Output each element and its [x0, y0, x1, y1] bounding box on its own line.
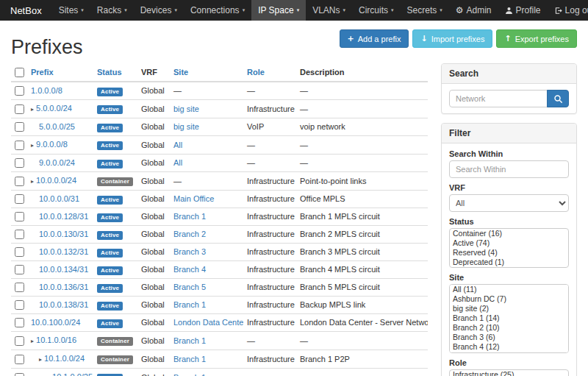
- prefix-link[interactable]: 10.0.0.130/31: [39, 230, 88, 238]
- row-checkbox[interactable]: [15, 194, 24, 204]
- row-checkbox[interactable]: [15, 177, 24, 186]
- profile-menu-item[interactable]: Profile: [498, 0, 548, 21]
- status-filter-option[interactable]: Container (16): [450, 229, 568, 238]
- site-link[interactable]: Branch 4: [173, 265, 206, 274]
- column-header-role[interactable]: Role: [243, 63, 296, 82]
- prefix-link[interactable]: 10.0.0.136/31: [39, 283, 88, 291]
- status-filter-option[interactable]: Reserved (4): [450, 248, 568, 258]
- nav-menu-item[interactable]: Circuits ▾: [352, 0, 401, 21]
- vrf-cell: Global: [137, 260, 170, 278]
- row-checkbox[interactable]: [15, 318, 24, 327]
- prefix-link[interactable]: 10.1.0.0/25: [52, 372, 93, 376]
- column-header-status[interactable]: Status: [93, 63, 137, 82]
- status-badge: Container: [97, 177, 133, 186]
- prefix-link[interactable]: 5.0.0.0/24: [36, 104, 72, 113]
- nav-menu-item[interactable]: VLANs ▾: [306, 0, 352, 21]
- select-all-checkbox[interactable]: [15, 68, 24, 77]
- row-checkbox[interactable]: [15, 300, 24, 310]
- row-checkbox[interactable]: [15, 158, 24, 168]
- site-link[interactable]: Branch 5: [173, 283, 206, 291]
- prefix-link[interactable]: 10.0.0.134/31: [39, 265, 88, 274]
- site-link[interactable]: All: [173, 141, 182, 149]
- prefix-link[interactable]: 10.0.0.128/31: [39, 212, 88, 221]
- site-link[interactable]: Branch 2: [173, 230, 206, 238]
- row-checkbox[interactable]: [15, 122, 24, 132]
- prefix-link[interactable]: 10.1.0.0/16: [36, 336, 76, 344]
- column-header-prefix[interactable]: Prefix: [27, 63, 93, 82]
- logout-button[interactable]: Log out: [548, 0, 588, 21]
- prefix-link[interactable]: 5.0.0.0/25: [39, 122, 75, 131]
- site-filter-listbox[interactable]: All (11)Ashburn DC (7)big site (2)Branch…: [449, 284, 569, 353]
- prefix-link[interactable]: 9.0.0.0/8: [36, 140, 68, 149]
- nav-menu-item[interactable]: Sites ▾: [52, 0, 90, 21]
- row-checkbox[interactable]: [15, 247, 24, 257]
- admin-menu-item[interactable]: ⚙ Admin: [449, 0, 498, 21]
- site-link[interactable]: Branch 1: [173, 355, 206, 363]
- site-filter-option[interactable]: Ashburn DC (7): [450, 294, 568, 304]
- role-filter-option[interactable]: Infrastructure (25): [450, 370, 568, 376]
- nav-menu-item[interactable]: IP Space ▾: [251, 0, 306, 21]
- row-checkbox[interactable]: [15, 283, 24, 292]
- site-link[interactable]: Branch 1: [173, 212, 206, 221]
- prefix-link[interactable]: 10.0.0.132/31: [39, 247, 88, 256]
- site-filter-option[interactable]: big site (2): [450, 304, 568, 313]
- profile-label: Profile: [516, 5, 541, 15]
- prefix-link[interactable]: 10.0.0.0/24: [36, 176, 76, 185]
- nav-menu-item[interactable]: Devices ▾: [134, 0, 184, 21]
- import-prefixes-button[interactable]: ↓ Import prefixes: [412, 29, 492, 48]
- app-logo[interactable]: NetBox: [0, 0, 52, 21]
- site-filter-option[interactable]: All (11): [450, 285, 568, 294]
- prefix-cell: ▸10.0.0.0/24: [31, 175, 76, 187]
- description-cell: Branch 5 MPLS circuit: [296, 278, 428, 296]
- status-filter-option[interactable]: Deprecated (1): [450, 258, 568, 267]
- prefix-link[interactable]: 9.0.0.0/24: [39, 158, 75, 167]
- table-row: 10.0.0.130/31 Active Global Branch 2 Inf…: [11, 225, 428, 243]
- nav-menu-item[interactable]: Racks ▾: [90, 0, 134, 21]
- site-link[interactable]: London Data Center: [173, 318, 243, 327]
- search-button[interactable]: [547, 90, 569, 107]
- prefix-cell: 10.0.0.134/31: [31, 264, 88, 274]
- row-checkbox[interactable]: [15, 212, 24, 221]
- site-filter-option[interactable]: Branch 5 (7): [450, 352, 568, 353]
- site-link[interactable]: Branch 1: [173, 300, 206, 309]
- export-prefixes-button[interactable]: ↑ Export prefixes: [496, 29, 577, 48]
- prefix-link[interactable]: 1.0.0.0/8: [31, 86, 62, 95]
- site-link[interactable]: Branch 1: [173, 336, 206, 345]
- row-checkbox[interactable]: [15, 230, 24, 239]
- search-input[interactable]: [449, 90, 548, 107]
- site-filter-option[interactable]: Branch 2 (10): [450, 323, 568, 333]
- status-filter-option[interactable]: Active (74): [450, 238, 568, 248]
- site-link[interactable]: Branch 3: [173, 247, 206, 256]
- role-filter-listbox[interactable]: Infrastructure (25)Management (8)Private…: [449, 369, 569, 376]
- site-link[interactable]: big site: [173, 104, 199, 113]
- prefix-link[interactable]: 10.0.100.0/24: [31, 318, 80, 327]
- site-filter-option[interactable]: Branch 4 (12): [450, 342, 568, 352]
- nav-menu-item[interactable]: Connections ▾: [184, 0, 251, 21]
- add-prefix-button[interactable]: + Add a prefix: [340, 29, 409, 48]
- chevron-down-icon: ▾: [297, 7, 300, 13]
- row-checkbox[interactable]: [15, 373, 24, 376]
- search-within-input[interactable]: [449, 160, 569, 178]
- prefix-link[interactable]: 10.0.0.0/31: [39, 194, 79, 203]
- row-checkbox[interactable]: [15, 265, 24, 274]
- site-filter-option[interactable]: Branch 1 (14): [450, 313, 568, 323]
- site-filter-option[interactable]: Branch 3 (6): [450, 333, 568, 342]
- prefix-link[interactable]: 10.0.0.138/31: [39, 300, 88, 309]
- column-header-site[interactable]: Site: [170, 63, 243, 82]
- nav-menu-item[interactable]: Secrets ▾: [401, 0, 449, 21]
- site-link[interactable]: Branch 1: [173, 373, 206, 376]
- vrf-select[interactable]: All: [449, 194, 569, 212]
- page-title: Prefixes: [11, 36, 83, 59]
- row-checkbox[interactable]: [15, 141, 24, 150]
- status-filter-listbox[interactable]: Container (16)Active (74)Reserved (4)Dep…: [449, 228, 569, 268]
- action-buttons: + Add a prefix ↓ Import prefixes ↑ Expor…: [340, 29, 577, 48]
- prefix-link[interactable]: 10.1.0.0/24: [44, 354, 85, 363]
- site-link[interactable]: All: [173, 158, 182, 167]
- row-checkbox[interactable]: [15, 104, 24, 114]
- site-link[interactable]: Main Office: [173, 194, 214, 203]
- chevron-down-icon: ▾: [391, 7, 394, 13]
- row-checkbox[interactable]: [15, 355, 24, 364]
- row-checkbox[interactable]: [15, 336, 24, 346]
- site-link[interactable]: big site: [173, 122, 199, 131]
- row-checkbox[interactable]: [15, 86, 24, 96]
